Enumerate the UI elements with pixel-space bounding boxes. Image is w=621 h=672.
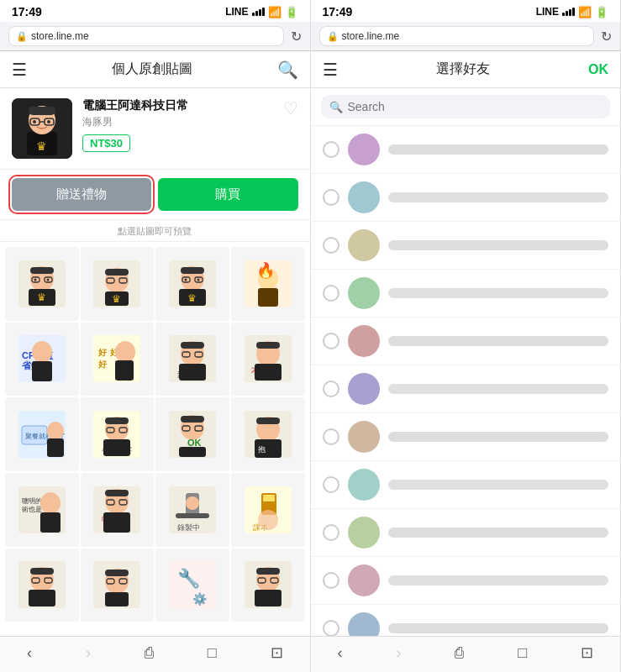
right-forward-btn[interactable]: › <box>396 644 401 662</box>
sticker-cell[interactable]: 聰明的成長術也是 <box>5 473 79 547</box>
svg-point-91 <box>40 492 61 514</box>
svg-rect-131 <box>255 590 282 606</box>
heart-button[interactable]: ♡ <box>283 98 298 118</box>
avatar <box>348 325 380 357</box>
gift-button[interactable]: 贈送禮物 <box>12 178 151 211</box>
sticker-cell[interactable] <box>231 549 305 622</box>
right-bookmark-btn[interactable]: □ <box>518 644 527 662</box>
friend-radio[interactable] <box>323 333 339 349</box>
list-item[interactable] <box>311 509 621 557</box>
svg-rect-112 <box>30 568 54 575</box>
avatar <box>348 564 380 596</box>
friend-radio[interactable] <box>323 381 339 397</box>
right-url-bar[interactable]: 🔒 store.line.me <box>319 26 595 46</box>
right-back-btn[interactable]: ‹ <box>337 644 342 662</box>
friend-radio[interactable] <box>323 189 339 206</box>
friend-radio[interactable] <box>323 237 339 254</box>
left-menu-icon[interactable]: ☰ <box>12 60 27 80</box>
right-phone-panel: 17:49 LINE 📶 🔋 🔒 store.line.me ↻ ☰ 選擇好友 … <box>311 0 622 672</box>
sticker-row: 聰明的成長術也是 喊叫 錄製中 課本 <box>5 473 305 547</box>
svg-rect-82 <box>179 447 206 457</box>
right-app-header: ☰ 選擇好友 OK <box>311 51 621 88</box>
friend-name <box>388 623 609 633</box>
left-share-btn[interactable]: ⎙ <box>145 644 154 662</box>
svg-text:♛: ♛ <box>36 139 47 153</box>
left-back-btn[interactable]: ‹ <box>27 644 32 662</box>
right-refresh-btn[interactable]: ↻ <box>601 29 612 45</box>
battery-icon: 🔋 <box>285 6 298 18</box>
right-menu-icon[interactable]: ☰ <box>323 60 338 80</box>
friend-radio[interactable] <box>323 141 339 158</box>
sticker-cell[interactable]: ♛ <box>81 247 155 321</box>
friend-radio[interactable] <box>323 285 339 302</box>
friend-radio[interactable] <box>323 476 339 493</box>
left-url-text: store.line.me <box>31 30 89 42</box>
list-item[interactable] <box>311 365 621 413</box>
svg-rect-40 <box>258 288 278 307</box>
product-details: 電腦王阿達科技日常 海豚男 NT$30 <box>82 98 273 152</box>
svg-text:🔧: 🔧 <box>177 567 201 590</box>
sticker-cell[interactable]: 🔥 <box>231 247 305 321</box>
svg-text:抱: 抱 <box>258 445 266 454</box>
left-browser-nav: ‹ › ⎙ □ ⊡ <box>0 636 310 672</box>
list-item[interactable] <box>311 270 621 318</box>
left-url-bar[interactable]: 🔒 store.line.me <box>8 26 284 46</box>
avatar <box>348 277 380 309</box>
sticker-cell[interactable] <box>81 549 155 622</box>
search-input[interactable] <box>348 100 603 113</box>
sticker-cell[interactable]: 錄製中 <box>155 473 229 547</box>
wifi-icon: 📶 <box>268 6 282 18</box>
friend-radio[interactable] <box>323 428 339 445</box>
price-tag: NT$30 <box>82 134 130 152</box>
svg-text:好: 好 <box>97 360 108 369</box>
list-item[interactable] <box>311 222 621 270</box>
list-item[interactable] <box>311 557 621 605</box>
list-item[interactable] <box>311 605 621 636</box>
list-item[interactable] <box>311 318 621 365</box>
ok-button[interactable]: OK <box>588 62 608 77</box>
lock-icon: 🔒 <box>16 31 28 42</box>
sticker-cell[interactable]: 🔧⚙️ <box>155 549 229 622</box>
buy-button[interactable]: 購買 <box>158 178 297 211</box>
svg-point-44 <box>32 341 52 363</box>
sticker-cell[interactable]: 課本 <box>231 473 305 547</box>
svg-text:好: 好 <box>97 348 108 357</box>
left-refresh-btn[interactable]: ↻ <box>291 29 302 45</box>
sticker-cell[interactable]: 廢廢 <box>5 549 79 622</box>
avatar <box>348 517 380 549</box>
list-item[interactable] <box>311 413 621 461</box>
sticker-cell[interactable]: OK <box>155 397 229 471</box>
left-tabs-btn[interactable]: ⊡ <box>271 643 283 662</box>
right-tabs-btn[interactable]: ⊡ <box>581 643 593 662</box>
svg-rect-119 <box>105 570 129 576</box>
list-item[interactable] <box>311 126 621 174</box>
sticker-cell[interactable]: CP超值省錢 <box>5 323 79 396</box>
list-item[interactable] <box>311 461 621 509</box>
product-info: ♛ 電腦王阿達科技日常 海豚男 NT$30 ♡ <box>0 88 310 170</box>
right-status-bar: 17:49 LINE 📶 🔋 <box>311 0 621 22</box>
friend-radio[interactable] <box>323 524 339 541</box>
friend-radio[interactable] <box>323 620 339 636</box>
svg-rect-128 <box>256 568 280 575</box>
sticker-cell[interactable]: 聚餐就在這了 <box>5 397 79 471</box>
right-time: 17:49 <box>323 5 353 18</box>
svg-point-109 <box>258 510 278 530</box>
sticker-cell[interactable]: 不可超越 <box>231 323 305 396</box>
left-search-icon[interactable]: 🔍 <box>277 60 298 80</box>
sticker-cell[interactable]: 請求♛ <box>5 247 79 321</box>
sticker-cell[interactable]: 抱 <box>231 397 305 471</box>
svg-rect-23 <box>105 269 129 276</box>
left-forward-btn[interactable]: › <box>86 644 91 662</box>
sticker-cell[interactable]: 喊叫 <box>81 473 155 547</box>
search-bar: 🔍 <box>311 88 621 126</box>
right-share-btn[interactable]: ⎙ <box>455 644 464 662</box>
sticker-cell[interactable]: 省錢厲害 <box>81 397 155 471</box>
friend-radio[interactable] <box>323 572 339 589</box>
left-bookmark-btn[interactable]: □ <box>208 644 217 662</box>
sticker-cell[interactable]: 好好好 <box>81 323 155 396</box>
list-item[interactable] <box>311 174 621 222</box>
left-app-header: ☰ 個人原創貼圖 🔍 <box>0 51 310 88</box>
friend-name <box>388 192 609 202</box>
sticker-cell[interactable]: 沒事真 <box>155 323 229 396</box>
sticker-cell[interactable]: ♛ <box>155 247 229 321</box>
